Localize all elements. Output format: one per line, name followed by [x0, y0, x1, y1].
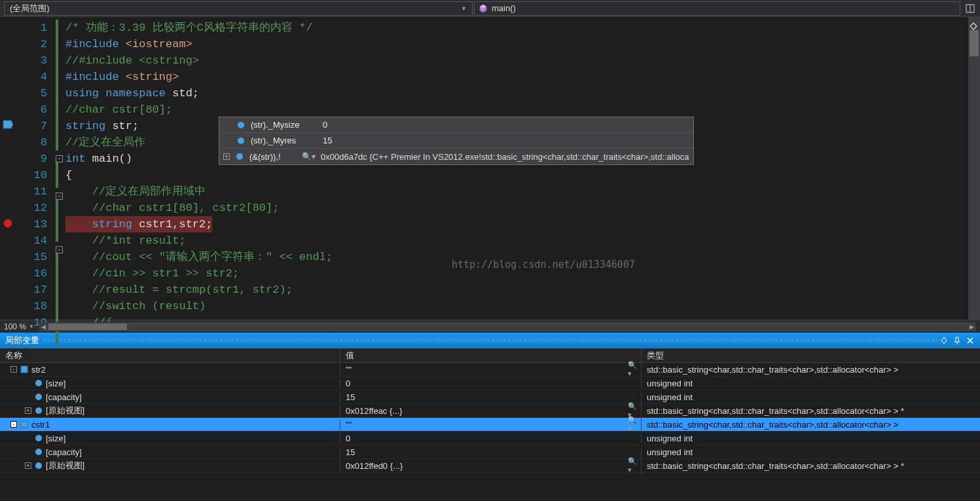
locals-value-cell[interactable]: 0: [340, 379, 642, 388]
code-editor[interactable]: 12345678910111213141516171819 - - - /* 功…: [0, 17, 980, 320]
locals-type-cell: unsigned int: [642, 392, 980, 402]
locals-name-cell[interactable]: [capacity]: [0, 392, 340, 402]
debug-datatip[interactable]: (str)._Mysize 0 (str)._Myres 15 + (&(str…: [219, 117, 694, 165]
method-icon: [479, 4, 488, 13]
code-area[interactable]: /* 功能：3.39 比较两个C风格字符串的内容 */ #include <io…: [63, 17, 980, 320]
variable-name: [原始视图]: [46, 405, 84, 417]
window-position-icon[interactable]: [939, 336, 949, 345]
locals-type-cell: unsigned int: [642, 447, 980, 457]
variable-value: 0: [346, 434, 350, 443]
svg-point-9: [35, 407, 42, 414]
locals-name-cell[interactable]: [capacity]: [0, 447, 340, 457]
expand-toggle[interactable]: -: [10, 366, 17, 373]
outline-column[interactable]: - - -: [54, 17, 63, 320]
locals-name-cell[interactable]: -str2: [0, 365, 340, 375]
column-header-name[interactable]: 名称: [0, 348, 340, 362]
field-icon: [235, 152, 244, 161]
locals-type-cell: std::basic_string<char,std::char_traits<…: [642, 365, 980, 375]
code-text: //定义在全局作: [65, 136, 145, 149]
gutter[interactable]: [0, 17, 17, 320]
fold-toggle[interactable]: -: [56, 246, 63, 253]
panel-title: 局部变量: [5, 335, 39, 346]
locals-name-cell[interactable]: -cstr1: [0, 420, 340, 430]
fold-toggle[interactable]: -: [56, 155, 63, 162]
expand-toggle[interactable]: -: [10, 421, 17, 428]
datatip-row[interactable]: (str)._Myres 15: [219, 133, 693, 149]
bookmark-icon[interactable]: [3, 119, 13, 130]
horizontal-scrollbar[interactable]: ◀ ▶: [39, 322, 976, 331]
fold-toggle[interactable]: -: [56, 193, 63, 200]
magnifier-icon[interactable]: 🔍▾: [628, 457, 637, 474]
split-icon[interactable]: [960, 4, 980, 13]
code-text: //result = strcmp(str1, str2);: [65, 284, 293, 296]
datatip-row[interactable]: (str)._Mysize 0: [219, 117, 693, 133]
locals-value-cell[interactable]: 15: [340, 392, 642, 402]
locals-name-cell[interactable]: [size]: [0, 434, 340, 443]
magnifier-icon[interactable]: 🔍▾: [628, 361, 637, 378]
expand-toggle[interactable]: +: [25, 407, 31, 414]
code-text: //定义在局部作用域中: [65, 185, 206, 198]
magnifier-icon[interactable]: 🔍▾: [628, 416, 637, 433]
svg-point-12: [35, 449, 42, 455]
svg-point-11: [35, 435, 42, 441]
locals-value-cell[interactable]: 15: [340, 447, 642, 457]
scroll-left-icon[interactable]: ◀: [39, 322, 48, 331]
svg-point-8: [35, 394, 42, 400]
locals-name-cell[interactable]: +[原始视图]: [0, 405, 340, 417]
code-text: //char cstr1[80], cstr2[80];: [65, 202, 279, 214]
variable-name: [size]: [46, 434, 65, 443]
variable-value: 0x012ffed0 {...}: [346, 461, 403, 471]
locals-row[interactable]: [size]0unsigned int: [0, 432, 980, 445]
code-text: /* 功能：3.39 比较两个C风格字符串的内容 */: [65, 22, 312, 34]
locals-type-cell: std::basic_string<char,std::char_traits<…: [642, 461, 980, 471]
code-text: //*int result;: [65, 234, 186, 247]
expand-toggle[interactable]: +: [25, 462, 31, 469]
column-header-type[interactable]: 类型: [642, 348, 980, 362]
locals-value-cell[interactable]: ""🔍▾: [340, 416, 642, 433]
variable-value: 15: [346, 447, 355, 457]
variable-name: [capacity]: [46, 447, 82, 457]
locals-row[interactable]: [size]0unsigned int: [0, 377, 980, 390]
code-text: //switch (result): [65, 300, 206, 312]
function-dropdown[interactable]: main(): [474, 1, 960, 16]
expand-toggle[interactable]: +: [223, 153, 230, 160]
locals-panel-header[interactable]: 局部变量: [0, 333, 980, 348]
scrollbar-thumb[interactable]: [48, 324, 127, 330]
locals-row[interactable]: -cstr1""🔍▾std::basic_string<char,std::ch…: [0, 418, 980, 432]
variable-name: [原始视图]: [46, 460, 84, 472]
locals-value-cell[interactable]: 0: [340, 434, 642, 443]
column-header-value[interactable]: 值: [340, 348, 642, 362]
field-icon: [236, 121, 245, 130]
code-text: #include: [65, 38, 126, 50]
variable-name: str2: [31, 365, 46, 375]
sync-icon[interactable]: [968, 21, 979, 35]
scope-dropdown[interactable]: (全局范围) ▼: [4, 1, 473, 16]
magnifier-icon[interactable]: 🔍▾: [302, 149, 316, 165]
navigation-bar: (全局范围) ▼ main(): [0, 0, 980, 17]
line-number-column: 12345678910111213141516171819: [17, 17, 54, 320]
scope-label: (全局范围): [10, 3, 50, 14]
variable-value: 0x012ffeac {...}: [346, 406, 403, 416]
vertical-scrollbar[interactable]: [968, 17, 980, 320]
svg-rect-6: [21, 366, 27, 373]
locals-value-cell[interactable]: ""🔍▾: [340, 361, 642, 378]
locals-row[interactable]: -str2""🔍▾std::basic_string<char,std::cha…: [0, 363, 980, 377]
locals-name-cell[interactable]: +[原始视图]: [0, 460, 340, 472]
variable-name: cstr1: [31, 420, 50, 430]
code-text: //char cstr[80];: [65, 103, 172, 116]
field-icon: [34, 379, 43, 388]
scroll-right-icon[interactable]: ▶: [967, 322, 976, 331]
svg-point-5: [236, 153, 243, 160]
close-icon[interactable]: [966, 336, 975, 345]
struct-icon: [20, 420, 29, 429]
datatip-row[interactable]: + (&(str)),! 🔍▾ 0x00d6a7dc {C++ Premier …: [219, 149, 693, 164]
breakpoint-icon[interactable]: [3, 218, 13, 229]
locals-panel[interactable]: 名称 值 类型 -str2""🔍▾std::basic_string<char,…: [0, 348, 980, 501]
locals-name-cell[interactable]: [size]: [0, 379, 340, 388]
pin-icon[interactable]: [953, 336, 962, 345]
locals-value-cell[interactable]: 0x012ffed0 {...}🔍▾: [340, 457, 642, 474]
locals-row[interactable]: +[原始视图]0x012ffed0 {...}🔍▾std::basic_stri…: [0, 459, 980, 473]
locals-type-cell: std::basic_string<char,std::char_traits<…: [642, 420, 980, 430]
variable-value: "": [346, 420, 352, 430]
code-text: //#include <cstring>: [65, 54, 199, 67]
